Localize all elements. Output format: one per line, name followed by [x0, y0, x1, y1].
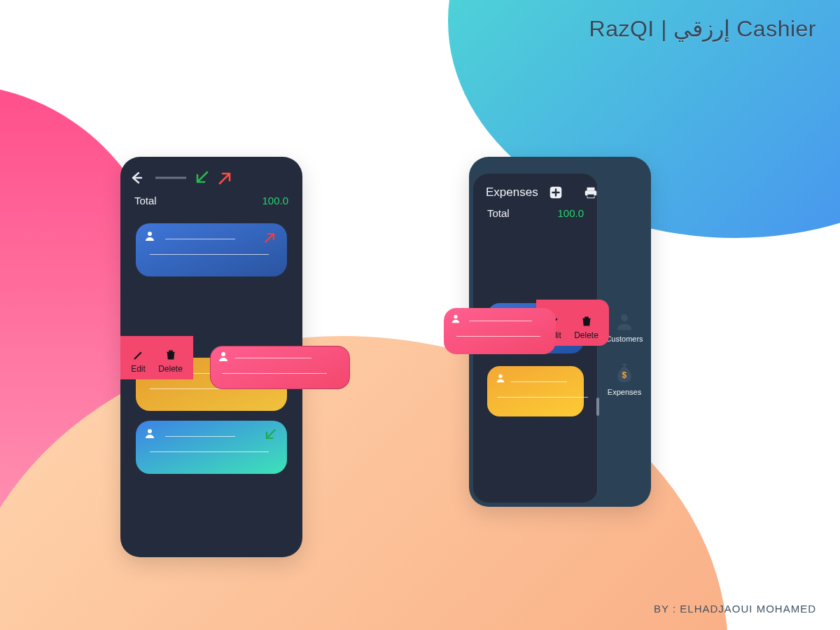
rail-expenses-label: Expenses: [608, 388, 641, 396]
rail-customers-label: Customers: [606, 335, 643, 343]
transaction-card[interactable]: [136, 223, 287, 276]
svg-point-9: [498, 374, 502, 378]
transactions-topbar: [120, 167, 302, 193]
arrow-up-right-red-icon: [263, 230, 277, 244]
card-line: [165, 239, 235, 239]
svg-point-1: [148, 232, 152, 236]
expense-card-swiped[interactable]: [444, 308, 556, 354]
print-button[interactable]: [583, 185, 598, 200]
expenses-header: Expenses: [483, 182, 588, 206]
edit-button[interactable]: Edit: [131, 349, 146, 374]
expenses-title: Expenses: [486, 186, 538, 200]
card-line: [497, 397, 588, 398]
total-value: 100.0: [557, 207, 584, 219]
expense-card[interactable]: [487, 366, 584, 416]
rail-customers[interactable]: Customers: [606, 311, 643, 343]
rail-handle-icon[interactable]: [596, 398, 599, 416]
trash-icon: [580, 315, 593, 328]
byline: BY : ELHADJAOUI MOHAMED: [654, 603, 816, 615]
add-button[interactable]: [548, 185, 564, 200]
person-icon: [451, 314, 461, 323]
transaction-card-swiped[interactable]: [210, 346, 350, 389]
back-arrow-icon[interactable]: [132, 172, 148, 184]
card-line: [234, 358, 312, 358]
delete-button[interactable]: Delete: [158, 349, 183, 374]
delete-label: Delete: [574, 330, 598, 340]
arrow-down-left-green-icon: [263, 428, 277, 442]
card-line: [511, 382, 567, 382]
svg-point-4: [221, 352, 225, 356]
person-icon: [218, 351, 229, 362]
edit-label: Edit: [131, 364, 146, 374]
card-line: [165, 436, 235, 437]
card-line: [150, 451, 269, 452]
delete-button[interactable]: Delete: [574, 315, 598, 340]
trash-icon: [164, 349, 177, 361]
svg-point-3: [148, 429, 152, 433]
person-silhouette-icon: [614, 311, 635, 332]
app-title: RazQI | إرزقي Cashier: [589, 15, 816, 42]
money-bag-icon: $: [614, 361, 635, 385]
person-icon: [144, 428, 155, 439]
person-icon: [496, 373, 505, 383]
svg-point-11: [454, 315, 457, 318]
card-line: [456, 336, 540, 337]
total-label: Total: [487, 207, 510, 219]
rail-expenses[interactable]: $ Expenses: [608, 361, 641, 396]
topbar-divider-icon: [155, 176, 186, 180]
total-value: 100.0: [262, 195, 288, 206]
arrow-down-left-green-icon[interactable]: [193, 169, 210, 186]
swipe-actions-left: Edit Delete: [120, 336, 193, 379]
svg-rect-7: [587, 195, 594, 198]
printer-icon: [583, 185, 598, 200]
plus-box-icon: [548, 185, 564, 200]
card-line: [150, 254, 269, 255]
total-label: Total: [134, 195, 157, 206]
card-line: [469, 321, 532, 321]
arrow-up-right-red-icon[interactable]: [217, 169, 234, 186]
card-line: [222, 373, 327, 374]
transactions-total-row: Total 100.0: [120, 193, 302, 214]
person-icon: [144, 230, 155, 241]
expenses-total-row: Total 100.0: [483, 206, 588, 226]
svg-text:$: $: [622, 370, 627, 380]
transaction-card[interactable]: [136, 421, 287, 474]
pencil-icon: [132, 349, 145, 361]
delete-label: Delete: [158, 364, 183, 374]
